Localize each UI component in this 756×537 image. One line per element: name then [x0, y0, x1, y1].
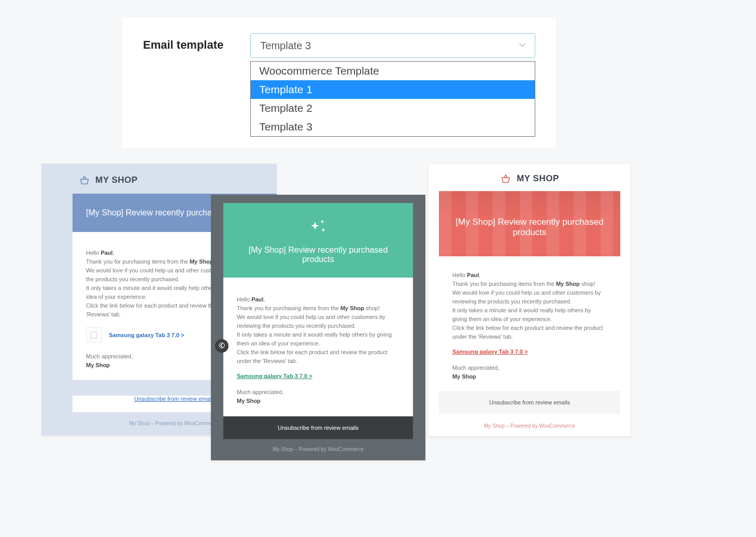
chevron-down-icon — [518, 40, 526, 52]
product-link[interactable]: Samsung galaxy Tab 3 7.0 > — [452, 347, 528, 356]
unsubscribe-bar: Unsubscribe from review emails — [223, 416, 413, 439]
email-line-4: Click the link below for each product an… — [237, 348, 400, 366]
email-hero-title: [My Shop] Review recently purchased p — [86, 208, 232, 217]
email-line-3: It only takes a minute and it would real… — [237, 330, 400, 348]
email-shop-name: My Shop — [237, 397, 400, 405]
template-dropdown: Woocommerce Template Template 1 Template… — [250, 61, 535, 137]
basket-icon — [500, 173, 511, 184]
basket-icon — [79, 175, 90, 185]
prev-arrow-button[interactable] — [215, 339, 229, 353]
template-option-2[interactable]: Template 2 — [251, 99, 535, 118]
svg-point-1 — [219, 342, 224, 347]
email-shop-name: My Shop — [452, 372, 607, 381]
email-hero-title: [My Shop] Review recently purchased prod… — [249, 245, 388, 264]
unsubscribe-link[interactable]: Unsubscribe from review emails — [278, 425, 359, 431]
email-line-4: Click the link below for each product an… — [452, 324, 607, 341]
shop-logo: MY SHOP — [41, 175, 277, 194]
template-option-1[interactable]: Template 1 — [251, 80, 535, 99]
arrow-left-icon — [219, 342, 225, 350]
product-link[interactable]: Samsung galaxy Tab 3 7.0 > — [109, 331, 184, 340]
email-line-2: We would love if you could help us and o… — [452, 288, 607, 306]
email-signoff: Much appreciated, — [237, 388, 400, 397]
email-body: Hello Paul, Thank you for purchasing ite… — [439, 256, 620, 391]
shop-logo-text: MY SHOP — [95, 175, 138, 185]
email-line-1: Thank you for purchasing items from the … — [452, 280, 607, 288]
unsubscribe-link[interactable]: Unsubscribe from review emails — [489, 399, 570, 405]
template-preview-3: MY SHOP [My Shop] Review recently purcha… — [428, 164, 631, 437]
email-line-3: It only takes a minute and it would real… — [452, 306, 607, 324]
email-line-1: Thank you for purchasing items from the … — [237, 304, 400, 313]
setting-label: Email template — [143, 33, 223, 52]
template-option-3[interactable]: Template 3 — [251, 118, 535, 136]
template-select[interactable]: Template 3 — [250, 33, 535, 58]
template-option-woocommerce[interactable]: Woocommerce Template — [251, 62, 535, 80]
email-hero-title: [My Shop] Review recently purchased prod… — [455, 217, 603, 237]
template-select-wrap: Template 3 Woocommerce Template Template… — [250, 33, 535, 137]
email-body: Hello Paul, Thank you for purchasing ite… — [223, 278, 413, 416]
email-line-2: We would love if you could help us and o… — [237, 313, 400, 330]
unsubscribe-block: Unsubscribe from review emails — [439, 391, 620, 414]
email-greeting: Hello Paul, — [237, 295, 400, 304]
email-greeting: Hello Paul, — [452, 271, 607, 280]
shop-logo: MY SHOP — [429, 173, 631, 191]
shop-logo-text: MY SHOP — [517, 173, 559, 184]
email-signoff: Much appreciated, — [452, 364, 607, 372]
product-thumbnail — [86, 327, 102, 343]
email-hero: [My Shop] Review recently purchased prod… — [223, 203, 413, 278]
product-link[interactable]: Samsung galaxy Tab 3 7.0 > — [237, 372, 312, 381]
sparkle-icon — [239, 217, 397, 236]
setting-row: Email template Template 3 Woocommerce Te… — [143, 33, 535, 137]
template-preview-2: [My Shop] Review recently purchased prod… — [211, 195, 425, 460]
svg-rect-0 — [91, 332, 97, 338]
email-template-setting-panel: Email template Template 3 Woocommerce Te… — [122, 18, 556, 148]
template-selected-value: Template 3 — [260, 40, 311, 52]
email-hero: [My Shop] Review recently purchased prod… — [439, 191, 620, 256]
email-footer: My Shop – Powered by WooCommerce — [223, 446, 413, 452]
email-footer: My Shop – Powered by WooCommerce — [429, 423, 631, 429]
